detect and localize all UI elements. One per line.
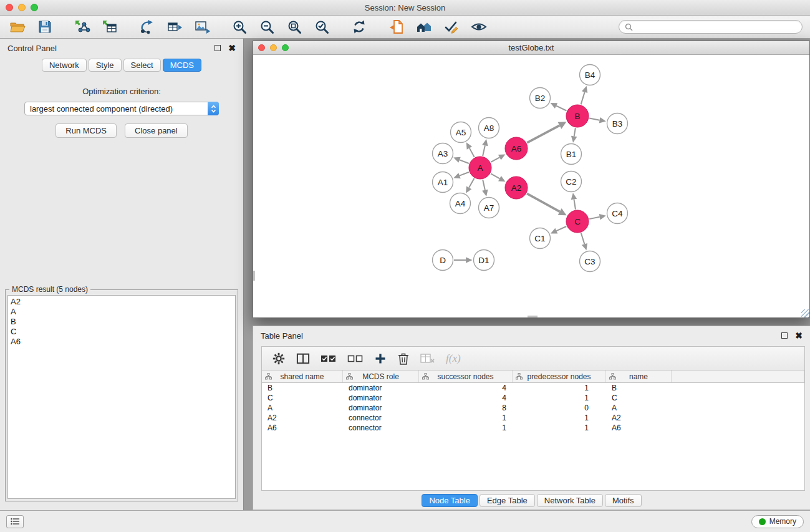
network-canvas[interactable]: B4B2BB3A5A8A6B1A3AC2A1A2A4A7C4CC1C3DD1 bbox=[253, 55, 809, 317]
mcds-result-item[interactable]: B bbox=[11, 317, 233, 327]
column-header-mcds-role[interactable]: MCDS role bbox=[343, 370, 419, 382]
network-node[interactable]: C1 bbox=[530, 228, 551, 249]
network-edge[interactable] bbox=[589, 117, 606, 123]
mcds-result-list[interactable]: A2ABCA6 bbox=[7, 295, 236, 499]
network-minimize-button[interactable] bbox=[270, 44, 277, 51]
table-settings-button[interactable] bbox=[272, 352, 286, 365]
network-node[interactable]: A4 bbox=[450, 193, 471, 214]
network-node[interactable]: A3 bbox=[433, 143, 453, 164]
network-edge[interactable] bbox=[454, 257, 473, 263]
vertical-scroll-indicator[interactable] bbox=[253, 271, 255, 281]
network-edge[interactable] bbox=[453, 172, 469, 178]
network-edge[interactable] bbox=[482, 180, 488, 196]
network-edge[interactable] bbox=[589, 214, 606, 220]
network-node[interactable]: B1 bbox=[561, 144, 582, 165]
deselect-all-button[interactable] bbox=[347, 353, 364, 364]
network-edge[interactable] bbox=[466, 142, 475, 157]
toolbar-search[interactable] bbox=[619, 20, 803, 34]
network-edge[interactable] bbox=[581, 86, 588, 105]
close-table-panel-icon[interactable]: ✖ bbox=[795, 331, 803, 340]
refresh-button[interactable] bbox=[349, 18, 369, 36]
task-history-button[interactable] bbox=[6, 515, 24, 528]
table-row[interactable]: Bdominator41B bbox=[262, 383, 804, 393]
resize-grip[interactable] bbox=[801, 309, 809, 317]
function-builder-button[interactable]: f(x) bbox=[446, 352, 461, 365]
table-row[interactable]: A2connector11A2 bbox=[262, 413, 804, 423]
network-node[interactable]: A8 bbox=[479, 118, 499, 138]
table-row[interactable]: Adominator80A bbox=[262, 403, 804, 413]
clear-table-button[interactable] bbox=[420, 353, 435, 364]
zoom-window-button[interactable] bbox=[31, 4, 38, 11]
network-edge[interactable] bbox=[466, 178, 474, 193]
zoom-fit-button[interactable] bbox=[284, 18, 304, 36]
memory-button[interactable]: Memory bbox=[751, 515, 804, 528]
export-table-button[interactable] bbox=[165, 18, 185, 36]
network-node[interactable]: B2 bbox=[530, 88, 551, 109]
network-edge[interactable] bbox=[527, 193, 566, 215]
add-column-button[interactable] bbox=[374, 352, 387, 365]
network-graph[interactable]: B4B2BB3A5A8A6B1A3AC2A1A2A4A7C4CC1C3DD1 bbox=[253, 55, 809, 317]
zoom-out-button[interactable] bbox=[257, 18, 277, 36]
network-node[interactable]: C bbox=[566, 210, 589, 233]
network-node[interactable]: C3 bbox=[580, 251, 600, 272]
graphics-details-button[interactable] bbox=[441, 18, 461, 36]
network-window-titlebar[interactable]: testGlobe.txt bbox=[253, 41, 809, 55]
import-table-button[interactable] bbox=[100, 18, 120, 36]
column-header-predecessor-nodes[interactable]: predecessor nodes bbox=[513, 370, 606, 382]
zoom-selected-button[interactable] bbox=[312, 18, 332, 36]
network-node[interactable]: C4 bbox=[607, 203, 628, 224]
column-header-shared-name[interactable]: shared name bbox=[262, 370, 343, 382]
tab-network[interactable]: Network bbox=[42, 59, 87, 72]
tab-network-table[interactable]: Network Table bbox=[537, 494, 603, 507]
network-node[interactable]: B3 bbox=[607, 114, 628, 134]
float-panel-icon[interactable] bbox=[215, 45, 221, 51]
close-panel-button[interactable]: Close panel bbox=[125, 123, 188, 138]
tab-mcds[interactable]: MCDS bbox=[163, 59, 201, 72]
run-mcds-button[interactable]: Run MCDS bbox=[55, 123, 117, 138]
network-edge[interactable] bbox=[571, 193, 577, 209]
network-node[interactable]: A1 bbox=[433, 172, 453, 193]
export-image-button[interactable] bbox=[192, 18, 212, 36]
tab-node-table[interactable]: Node Table bbox=[422, 494, 478, 507]
zoom-in-button[interactable] bbox=[229, 18, 249, 36]
network-node[interactable]: A2 bbox=[505, 177, 528, 199]
show-hide-button[interactable] bbox=[469, 18, 489, 36]
mcds-result-item[interactable]: C bbox=[11, 327, 233, 337]
table-row[interactable]: A6connector11A6 bbox=[262, 423, 804, 433]
network-edge[interactable] bbox=[581, 233, 587, 251]
network-node[interactable]: A6 bbox=[505, 137, 528, 160]
network-node[interactable]: C2 bbox=[561, 172, 582, 192]
tab-select[interactable]: Select bbox=[123, 59, 161, 72]
tab-motifs[interactable]: Motifs bbox=[605, 494, 642, 507]
delete-column-button[interactable] bbox=[397, 352, 410, 365]
network-node[interactable]: A7 bbox=[479, 198, 499, 218]
open-file-button[interactable] bbox=[7, 18, 27, 36]
mcds-result-item[interactable]: A bbox=[11, 307, 233, 317]
criterion-dropdown[interactable]: largest connected component (directed) bbox=[24, 102, 219, 115]
select-all-button[interactable] bbox=[321, 353, 337, 364]
home-button[interactable] bbox=[414, 18, 434, 36]
network-edge[interactable] bbox=[551, 226, 566, 234]
network-edge[interactable] bbox=[571, 128, 577, 143]
save-session-button[interactable] bbox=[35, 18, 55, 36]
network-edge[interactable] bbox=[491, 154, 505, 162]
network-edge[interactable] bbox=[482, 139, 488, 156]
float-table-panel-icon[interactable] bbox=[781, 332, 788, 339]
tab-style[interactable]: Style bbox=[89, 59, 122, 72]
network-node[interactable]: A5 bbox=[451, 122, 471, 143]
column-header-name[interactable]: name bbox=[606, 370, 672, 382]
network-node[interactable]: D bbox=[433, 250, 453, 271]
mcds-result-item[interactable]: A6 bbox=[11, 337, 233, 347]
network-node[interactable]: D1 bbox=[474, 250, 494, 271]
minimize-window-button[interactable] bbox=[18, 4, 26, 11]
close-window-button[interactable] bbox=[6, 4, 13, 11]
column-header-successor-nodes[interactable]: successor nodes bbox=[419, 370, 513, 382]
show-columns-button[interactable] bbox=[296, 352, 310, 365]
mcds-result-item[interactable]: A2 bbox=[11, 297, 233, 307]
network-edge[interactable] bbox=[551, 103, 567, 110]
search-input[interactable] bbox=[637, 22, 796, 31]
close-panel-icon[interactable]: ✖ bbox=[228, 44, 236, 52]
network-zoom-button[interactable] bbox=[282, 44, 289, 51]
network-edge[interactable] bbox=[453, 157, 469, 163]
import-network-button[interactable] bbox=[72, 18, 92, 36]
